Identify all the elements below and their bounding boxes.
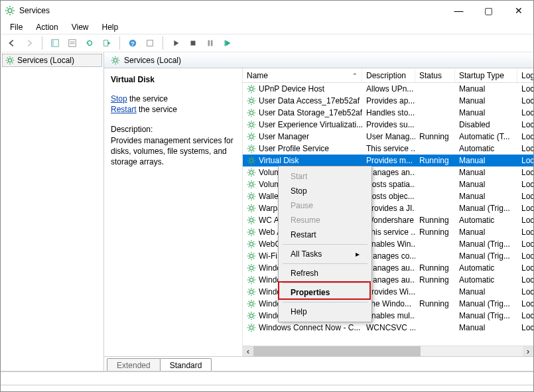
gear-icon xyxy=(247,204,256,213)
toolbar: ? xyxy=(1,34,533,52)
nav-forward-button[interactable] xyxy=(22,36,36,50)
service-startup-cell: Manual xyxy=(455,180,517,189)
service-row[interactable]: User ManagerUser Manag...RunningAutomati… xyxy=(243,131,533,143)
service-logon-cell: Loca xyxy=(517,156,533,165)
column-header-startup[interactable]: Startup Type xyxy=(455,69,517,82)
service-logon-cell: Loca xyxy=(517,96,533,105)
service-logon-cell: Loca xyxy=(517,204,533,213)
service-logon-cell: Loca xyxy=(517,239,533,249)
restart-service-link[interactable]: Restart xyxy=(111,105,137,114)
gear-icon xyxy=(247,311,256,320)
service-row[interactable]: User Data Access_17eb52afProvides ap...M… xyxy=(243,95,533,107)
svg-rect-17 xyxy=(147,40,153,46)
service-startup-cell: Manual (Trig... xyxy=(455,239,517,249)
service-status-cell: Running xyxy=(415,228,455,237)
service-startup-cell: Manual xyxy=(455,287,517,296)
stop-service-link[interactable]: Stop xyxy=(111,94,127,103)
menu-view[interactable]: View xyxy=(65,21,96,33)
service-name-cell: User Experience Virtualizati... xyxy=(243,120,362,129)
export-button[interactable] xyxy=(100,36,114,50)
refresh-button[interactable] xyxy=(82,36,97,50)
cm-restart[interactable]: Restart xyxy=(280,228,370,242)
service-desc-cell: WCNCSVC ... xyxy=(362,323,415,332)
service-row[interactable]: UPnP Device HostAllows UPn...ManualLoca xyxy=(243,83,533,95)
nav-back-button[interactable] xyxy=(5,36,19,50)
gear-icon xyxy=(247,120,256,129)
service-logon-cell: Loca xyxy=(517,251,533,261)
service-logon-cell: Loca xyxy=(517,144,533,153)
help-button[interactable]: ? xyxy=(125,36,140,50)
tab-extended[interactable]: Extended xyxy=(107,358,161,371)
menu-action[interactable]: Action xyxy=(29,21,64,33)
gear-icon xyxy=(247,323,256,332)
restart-service-button[interactable] xyxy=(220,36,235,50)
service-name-cell: UPnP Device Host xyxy=(243,84,362,94)
gear-icon xyxy=(247,192,256,201)
service-row[interactable]: User Data Storage_17eb52afHandles sto...… xyxy=(243,107,533,119)
service-logon-cell: Loca xyxy=(517,84,533,94)
cm-refresh[interactable]: Refresh xyxy=(280,266,370,281)
service-logon-cell: Loca xyxy=(517,168,533,177)
cm-help[interactable]: Help xyxy=(280,304,370,319)
service-row[interactable]: Virtual DiskProvides m...RunningManualLo… xyxy=(243,155,533,166)
pause-service-button[interactable] xyxy=(203,36,218,50)
service-logon-cell: Loca xyxy=(517,228,533,237)
service-desc-cell: Provides m... xyxy=(362,156,415,165)
gear-icon xyxy=(5,56,15,65)
service-startup-cell: Manual xyxy=(455,108,517,117)
status-bar xyxy=(1,371,533,385)
gear-icon xyxy=(247,168,256,177)
cm-stop[interactable]: Stop xyxy=(280,184,370,198)
service-startup-cell: Manual xyxy=(455,192,517,201)
gear-icon xyxy=(111,56,120,65)
service-status-cell: Running xyxy=(415,156,455,165)
service-startup-cell: Automatic (T... xyxy=(455,132,517,141)
scroll-right-button[interactable]: › xyxy=(523,346,533,357)
service-row[interactable]: User Profile ServiceThis service ...Auto… xyxy=(243,143,533,155)
start-service-button[interactable] xyxy=(168,36,183,50)
service-logon-cell: Loca xyxy=(517,192,533,201)
service-name-cell: User Profile Service xyxy=(243,144,362,153)
tree-root-services-local[interactable]: Services (Local) xyxy=(2,54,102,67)
gear-icon xyxy=(247,180,256,189)
gear-icon xyxy=(247,228,256,237)
gear-icon xyxy=(247,216,256,225)
service-status-cell: Running xyxy=(415,216,455,225)
cm-all-tasks[interactable]: All Tasks▸ xyxy=(280,247,370,261)
service-logon-cell: Loca xyxy=(517,287,533,296)
service-startup-cell: Manual (Trig... xyxy=(455,299,517,308)
column-header-logon[interactable]: Log xyxy=(517,69,533,82)
column-header-description[interactable]: Description xyxy=(362,69,415,82)
right-pane-header-label: Services (Local) xyxy=(124,56,181,65)
console-tree-pane: Services (Local) xyxy=(1,52,104,371)
service-row[interactable]: User Experience Virtualizati...Provides … xyxy=(243,119,533,131)
tab-standard[interactable]: Standard xyxy=(160,358,212,371)
service-name-cell: Virtual Disk xyxy=(243,156,362,165)
scroll-track[interactable] xyxy=(253,346,523,357)
show-hide-tree-button[interactable] xyxy=(48,36,62,50)
gear-icon xyxy=(247,287,256,296)
service-desc-cell: This service ... xyxy=(362,144,415,153)
close-button[interactable]: ✕ xyxy=(503,1,533,21)
properties-button[interactable] xyxy=(65,36,80,50)
window-title: Services xyxy=(19,6,444,15)
service-logon-cell: Loca xyxy=(517,120,533,129)
service-row[interactable]: Windows Connect Now - C...WCNCSVC ...Man… xyxy=(243,322,533,334)
column-header-status[interactable]: Status xyxy=(415,69,455,82)
horizontal-scrollbar[interactable]: ‹ › xyxy=(243,346,533,356)
scroll-thumb[interactable] xyxy=(253,346,421,357)
service-startup-cell: Manual (Trig... xyxy=(455,251,517,261)
cm-properties[interactable]: Properties xyxy=(280,285,370,300)
maximize-button[interactable]: ▢ xyxy=(474,1,503,21)
service-startup-cell: Manual xyxy=(455,168,517,177)
services-app-icon xyxy=(5,5,15,16)
services-list-header: Name⌃ Description Status Startup Type Lo… xyxy=(243,68,533,83)
menu-file[interactable]: File xyxy=(3,21,29,33)
service-startup-cell: Manual xyxy=(455,96,517,105)
column-header-name[interactable]: Name⌃ xyxy=(243,69,362,82)
menu-help[interactable]: Help xyxy=(96,21,125,33)
stop-service-button[interactable] xyxy=(186,36,200,50)
action-button[interactable] xyxy=(143,36,157,50)
minimize-button[interactable]: — xyxy=(444,1,474,21)
scroll-left-button[interactable]: ‹ xyxy=(243,346,253,357)
